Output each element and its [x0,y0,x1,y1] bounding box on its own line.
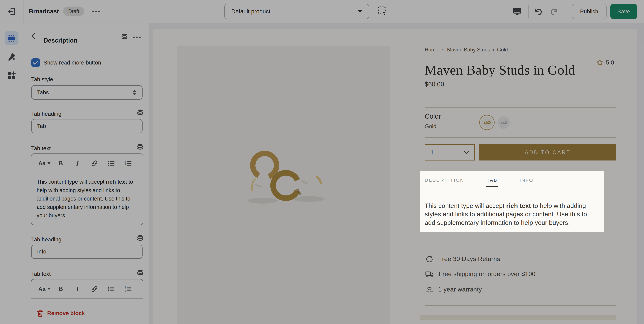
numbered-list-icon: 1 2 3 [124,160,132,167]
product-rating: 5.0 [596,59,614,66]
breadcrumb-current: Maven Baby Studs in Gold [447,47,508,53]
numbered-list-button[interactable]: 1 2 3 [120,157,136,169]
back-button[interactable] [30,32,36,39]
undo-button[interactable] [534,7,543,16]
tab-style-select[interactable]: Tabs [31,85,142,100]
breadcrumb-home-link[interactable]: Home [425,47,438,53]
tab-panel-text: This content type will accept rich text … [425,202,599,227]
tab-heading-label: Tab heading [31,111,62,117]
selection-tool-icon [377,6,388,17]
bold-button[interactable]: B [52,157,69,169]
quantity-select[interactable]: 1 [425,144,475,160]
product-title: Maven Baby Studs in Gold [425,62,575,78]
divider [566,5,566,18]
panel-title: Description [44,37,78,44]
tab-style-value: Tabs [37,89,132,96]
description-tabs-block[interactable]: DESCRIPTION TAB INFO This content type w… [420,171,604,232]
breadcrumb-separator: • [442,47,444,52]
feature-text: Free shipping on orders over $100 [438,271,536,278]
numbered-list-button[interactable]: 1 2 3 [120,283,136,295]
preview-canvas: Home • Maven Baby Studs in Gold Maven Ba… [149,23,644,324]
tab-heading-input[interactable]: Tab [31,119,142,133]
page-selector-value: Default product [231,8,358,15]
text-format-button[interactable]: Aa [36,157,52,169]
add-to-cart-button[interactable]: ADD TO CART [479,144,616,160]
dynamic-source-button[interactable] [121,33,128,40]
richtext-toolbar: Aa B I [31,280,143,299]
color-option-label: Color [425,112,441,120]
warranty-icon [425,285,434,294]
svg-text:3: 3 [125,290,126,292]
text-format-button[interactable]: Aa [36,283,52,295]
inspect-element-button[interactable] [377,6,388,17]
redo-button[interactable] [550,7,559,16]
color-option-value: Gold [425,123,436,129]
product-image [178,46,390,324]
exit-cell [0,0,24,23]
chevron-left-icon [30,32,36,39]
link-button[interactable] [86,283,103,295]
divider [425,305,616,306]
richtext-toolbar: Aa B I [31,154,143,173]
theme-more-menu-button[interactable]: ••• [92,8,101,15]
page-selector-dropdown[interactable]: Default product [224,4,369,19]
chevron-down-icon [48,162,50,164]
tab-description[interactable]: DESCRIPTION [425,178,464,183]
tab-heading-value: Tab [37,123,46,129]
redo-icon [550,7,559,16]
feature-text: 1 year warranty [438,286,482,293]
dynamic-source-icon[interactable] [137,144,144,150]
status-badge: Draft [63,6,84,16]
silver-swatch-thumb [500,119,507,126]
remove-block-button[interactable]: Remove block [34,309,88,318]
topbar: Broadcast Draft ••• Default product [0,0,644,23]
star-icon [596,59,604,66]
dynamic-source-icon[interactable] [137,269,144,276]
panel-header: Description ••• [23,23,149,49]
rail-app-embeds-button[interactable] [4,68,18,82]
dynamic-source-icon[interactable] [137,235,144,241]
italic-button[interactable]: I [69,157,86,169]
divider [425,242,616,242]
bullet-list-button[interactable] [103,157,120,169]
tab-heading-value: Info [37,249,46,255]
theme-editor-window: Broadcast Draft ••• Default product [0,0,644,324]
feature-row: 1 year warranty [425,285,482,294]
link-icon [91,160,98,167]
tab-text-editor: Aa B I [31,279,144,302]
tab-tab[interactable]: TAB [487,178,498,183]
tab-heading-input[interactable]: Info [31,245,142,259]
link-button[interactable] [86,157,103,169]
save-button[interactable]: Save [610,4,637,19]
more-horizontal-icon: ••• [133,34,142,41]
rail-sections-button[interactable] [4,31,18,45]
select-updown-icon [132,90,137,95]
panel-footer: Remove block [23,302,149,324]
dynamic-source-icon[interactable] [137,109,144,116]
tab-style-label: Tab style [31,76,53,83]
numbered-list-icon: 1 2 3 [124,285,132,293]
publish-button[interactable]: Publish [572,4,606,19]
remove-block-label: Remove block [47,310,85,317]
show-read-more-checkbox[interactable] [31,58,40,67]
block-more-menu-button[interactable]: ••• [133,34,142,41]
app-blocks-icon [7,71,16,80]
rating-value: 5.0 [606,59,614,66]
divider [425,137,616,138]
sections-icon [7,33,16,43]
exit-editor-button[interactable] [7,7,16,16]
storefront-preview: Home • Maven Baby Studs in Gold Maven Ba… [153,29,637,324]
bullet-list-icon [108,285,115,293]
color-swatch-gold[interactable] [479,115,494,130]
tab-text-label: Tab text [31,271,51,277]
italic-button[interactable]: I [69,283,86,295]
bold-button[interactable]: B [52,283,69,295]
tab-text-value[interactable]: This content type will accept rich text … [31,173,143,224]
color-swatch-silver[interactable] [498,116,510,129]
block-settings-panel: Description ••• Show read more button Ta… [23,23,150,324]
editor-rail [0,23,23,324]
bullet-list-button[interactable] [103,283,120,295]
rail-theme-settings-button[interactable] [4,50,18,64]
tab-info[interactable]: INFO [520,178,534,183]
device-preview-button[interactable] [512,7,522,16]
